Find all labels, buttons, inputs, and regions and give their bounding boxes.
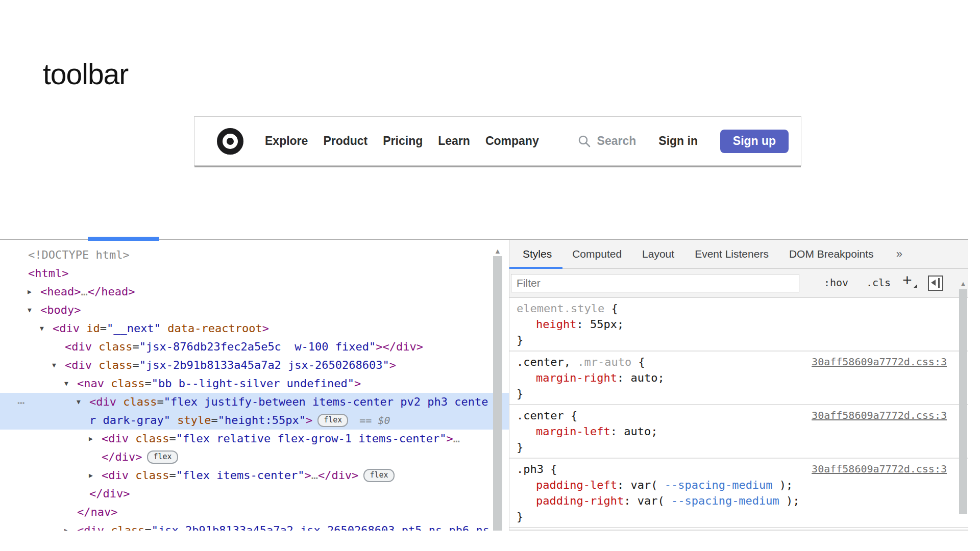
code-token: =	[132, 359, 139, 371]
code-token: =	[211, 414, 217, 427]
css-selector: .mr-auto	[577, 356, 638, 368]
disclosure-right-icon[interactable]: ▶	[89, 466, 93, 485]
tab-event-listeners[interactable]: Event Listeners	[695, 248, 769, 260]
css-declaration[interactable]: height: 55px;	[517, 316, 946, 332]
tab-styles[interactable]: Styles	[523, 248, 552, 260]
search-button[interactable]: Search	[578, 134, 636, 148]
dom-tree-row[interactable]: ▶<div class="flex items-center">…</div>f…	[0, 466, 509, 485]
dom-tree-line: <div class="jsx-2b91b8133a45a7a2 jsx-265…	[65, 356, 509, 374]
dom-tree-line: </div>flex	[102, 448, 509, 466]
code-token: style	[170, 414, 211, 427]
sign-up-button[interactable]: Sign up	[720, 130, 789, 153]
disclosure-down-icon[interactable]: ▼	[52, 356, 56, 374]
elements-scrollbar-thumb[interactable]	[493, 256, 502, 531]
new-style-rule-icon[interactable]: +	[902, 271, 912, 290]
tab-layout[interactable]: Layout	[642, 248, 674, 260]
dom-tree-row[interactable]: ▼<div id="__next" data-reactroot>	[0, 319, 509, 338]
css-property-name: padding-right	[536, 494, 624, 507]
tab-dom-breakpoints[interactable]: DOM Breakpoints	[789, 248, 874, 260]
stylesheet-source-link[interactable]: 30aff58609a7772d.css:3	[812, 354, 947, 370]
more-tabs-chevron-icon[interactable]: »	[896, 247, 902, 261]
code-token: "height:55px"	[218, 414, 306, 427]
close-brace: }	[517, 509, 946, 524]
code-token: class	[92, 359, 132, 371]
colon: :	[617, 371, 631, 384]
dom-tree-row[interactable]: </nav>	[0, 503, 509, 521]
sign-in-link[interactable]: Sign in	[658, 134, 698, 148]
dom-tree-row[interactable]: <!DOCTYPE html>	[0, 246, 509, 264]
dom-tree-line: <!DOCTYPE html>	[28, 246, 509, 264]
css-declaration[interactable]: padding-right: var( --spacing-medium );	[517, 493, 946, 509]
open-brace: {	[638, 356, 645, 368]
dom-tree-row[interactable]: </div>flex	[0, 448, 509, 466]
nav-link-explore[interactable]: Explore	[265, 134, 308, 148]
flex-badge[interactable]: flex	[147, 450, 178, 464]
tabs-holder: StylesComputedLayoutEvent ListenersDOM B…	[523, 248, 874, 260]
nav-link-pricing[interactable]: Pricing	[383, 134, 423, 148]
code-token: --spacing-medium	[665, 479, 773, 491]
styles-scrollbar-thumb[interactable]	[959, 289, 967, 514]
code-token: <nav	[77, 377, 104, 390]
disclosure-down-icon[interactable]: ▼	[64, 374, 68, 393]
class-toggle[interactable]: .cls	[866, 277, 891, 289]
disclosure-right-icon[interactable]: ▶	[28, 283, 32, 301]
css-declaration[interactable]: padding-left: var( --spacing-medium );	[517, 477, 946, 493]
dom-tree-row[interactable]: ▼…<div class="flex justify-between items…	[0, 393, 509, 430]
bullseye-logo-icon[interactable]	[217, 128, 243, 155]
code-token: auto;	[624, 425, 657, 438]
dom-tree-row[interactable]: ▼<div class="jsx-2b91b8133a45a7a2 jsx-26…	[0, 356, 509, 374]
code-token: >	[447, 432, 453, 445]
nav-link-learn[interactable]: Learn	[438, 134, 470, 148]
dom-tree-line: <div class="flex relative flex-grow-1 it…	[102, 430, 509, 448]
flex-badge[interactable]: flex	[317, 414, 348, 427]
code-token: "jsx-876db23fec2a5e5c w-100 fixed"	[139, 340, 376, 353]
nav-link-product[interactable]: Product	[323, 134, 368, 148]
row-overflow-dots-icon[interactable]: …	[17, 391, 25, 409]
tab-computed[interactable]: Computed	[572, 248, 622, 260]
dom-tree-row[interactable]: ▶<div class="flex relative flex-grow-1 i…	[0, 430, 509, 448]
code-token: =	[144, 524, 151, 531]
nav-link-company[interactable]: Company	[485, 134, 539, 148]
code-token: >	[354, 377, 361, 390]
stylesheet-source-link[interactable]: 30aff58609a7772d.css:3	[812, 461, 947, 477]
code-token: </div>	[89, 487, 130, 500]
dom-tree-row[interactable]: </div>	[0, 485, 509, 503]
dock-sidebar-icon[interactable]	[928, 276, 943, 291]
dom-tree-line: <body>	[40, 301, 509, 319]
rule-selector[interactable]: element.style {	[517, 300, 946, 316]
dom-tree-row[interactable]: ▶<div class="jsx-2b91b8133a45a7a2 jsx-26…	[0, 521, 509, 531]
dom-tree-row[interactable]: ▼<body>	[0, 301, 509, 319]
code-token: <div	[102, 432, 129, 445]
css-declaration[interactable]: margin-left: auto;	[517, 423, 946, 439]
css-declaration[interactable]: margin-right: auto;	[517, 370, 946, 386]
css-property-name: margin-left	[536, 425, 610, 438]
scroll-up-icon[interactable]: ▲	[492, 246, 503, 256]
disclosure-down-icon[interactable]: ▼	[28, 301, 32, 319]
code-token: =	[144, 377, 151, 390]
code-token: …	[453, 432, 460, 445]
code-token: </head>	[88, 285, 135, 298]
disclosure-right-icon[interactable]: ▶	[89, 430, 93, 448]
styles-toolbar: :hov .cls +	[509, 269, 968, 298]
dom-tree-row[interactable]: <div class="jsx-876db23fec2a5e5c w-100 f…	[0, 338, 509, 356]
dom-tree-row[interactable]: ▶<head>…</head>	[0, 283, 509, 301]
code-token: <div	[77, 524, 104, 531]
flex-badge[interactable]: flex	[363, 469, 394, 482]
dom-tree-line: <div class="flex justify-between items-c…	[89, 393, 509, 411]
dom-tree-row[interactable]: <html>	[0, 264, 509, 283]
open-brace: {	[550, 463, 557, 475]
styles-filter-input[interactable]	[511, 274, 799, 292]
scroll-up-icon[interactable]: ▲	[958, 279, 968, 289]
pseudo-state-toggle[interactable]: :hov	[824, 277, 848, 289]
stylesheet-source-link[interactable]: 30aff58609a7772d.css:3	[812, 408, 947, 423]
devtools-panel: <!DOCTYPE html><html>▶<head>…</head>▼<bo…	[0, 239, 968, 531]
disclosure-down-icon[interactable]: ▼	[77, 393, 81, 411]
disclosure-down-icon[interactable]: ▼	[40, 319, 44, 338]
disclosure-right-icon[interactable]: ▶	[64, 521, 68, 531]
code-token: </div>	[318, 469, 358, 482]
dom-tree-row[interactable]: ▼<nav class="bb b--light-silver undefine…	[0, 374, 509, 393]
code-token: <!DOCTYPE html>	[28, 248, 130, 261]
open-brace: {	[611, 302, 618, 315]
dom-tree-line: <html>	[28, 264, 509, 283]
code-token: >	[262, 322, 269, 335]
